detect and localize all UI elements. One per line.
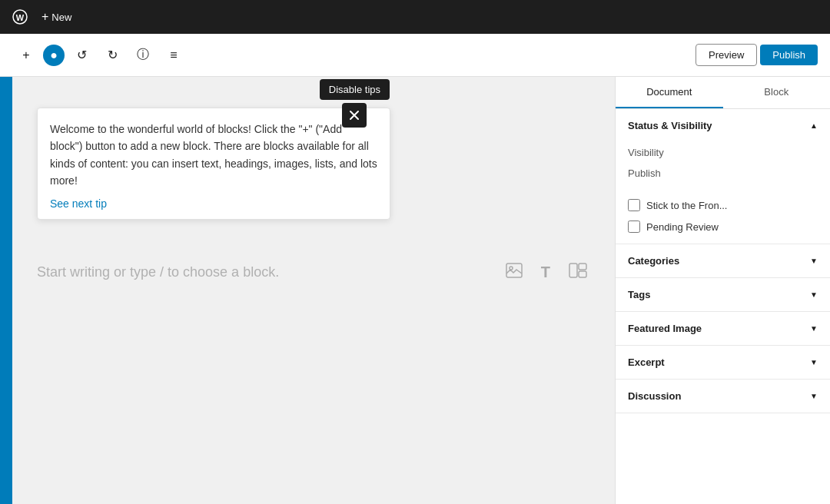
stick-to-front-checkbox[interactable] [628,199,640,211]
stick-to-front-label: Stick to the Fron... [646,200,728,211]
discussion-header[interactable]: Discussion ▼ [616,380,830,413]
editor-area[interactable]: Disable tips Welcome to the wonderful wo… [12,77,615,504]
chevron-down-icon: ▲ [810,121,818,130]
tools-button[interactable]: ● [43,45,65,66]
chevron-right-icon-discussion: ▼ [810,392,818,400]
pending-review-checkbox-row[interactable]: Pending Review [616,216,830,237]
sidebar-section-discussion: Discussion ▼ [616,380,830,413]
tab-document[interactable]: Document [616,77,723,108]
svg-rect-5 [579,264,586,270]
sidebar-section-status-visibility: Status & Visibility ▲ Visibility Publish… [616,109,830,244]
new-button[interactable]: + New [37,7,76,27]
main-layout: Disable tips Welcome to the wonderful wo… [0,77,830,504]
menu-icon: ≡ [170,48,177,62]
see-next-tip-link[interactable]: See next tip [50,197,377,210]
image-block-icon[interactable] [503,260,526,285]
add-icon: + [22,48,29,62]
sidebar-section-categories: Categories ▼ [616,244,830,278]
wp-logo: W [9,6,31,28]
chevron-right-icon-excerpt: ▼ [810,358,818,366]
svg-rect-6 [579,271,586,277]
block-icon-group: T [503,260,590,285]
sidebar-tabs: Document Block [616,77,830,109]
excerpt-label: Excerpt [628,356,665,368]
sidebar-section-featured-image: Featured Image ▼ [616,312,830,346]
discussion-label: Discussion [628,390,681,402]
gallery-block-icon[interactable] [566,260,590,285]
plus-icon: + [42,10,48,24]
text-icon: T [541,264,550,280]
sidebar-section-tags: Tags ▼ [616,278,830,312]
block-placeholder-text: Start writing or type / to choose a bloc… [37,264,279,280]
chevron-right-icon: ▼ [810,257,818,265]
publish-label: Publish [628,167,661,179]
sidebar-section-excerpt: Excerpt ▼ [616,346,830,380]
featured-image-label: Featured Image [628,323,702,334]
text-block-icon[interactable]: T [538,260,553,285]
info-icon: ⓘ [137,47,149,63]
publish-button[interactable]: Publish [760,45,818,65]
pending-review-checkbox[interactable] [628,220,640,233]
featured-image-header[interactable]: Featured Image ▼ [616,312,830,345]
visibility-label: Visibility [628,147,664,158]
categories-label: Categories [628,255,679,267]
categories-header[interactable]: Categories ▼ [616,244,830,277]
undo-icon: ↺ [77,48,87,62]
preview-button[interactable]: Preview [696,44,757,66]
disable-tips-tooltip: Disable tips [320,79,390,100]
tags-label: Tags [628,289,650,300]
chevron-right-icon-tags: ▼ [810,290,818,299]
status-visibility-header[interactable]: Status & Visibility ▲ [616,109,830,142]
tip-body-text: Welcome to the wonderful world of blocks… [50,121,377,190]
redo-button[interactable]: ↻ [98,41,126,69]
stick-to-front-checkbox-row[interactable]: Stick to the Fron... [616,194,830,216]
toolbar: + ● ↺ ↻ ⓘ ≡ Preview Publish [0,34,830,77]
info-button[interactable]: ⓘ [129,41,157,69]
tab-block[interactable]: Block [723,77,831,108]
right-sidebar: Document Block Status & Visibility ▲ Vis… [615,77,830,504]
chevron-right-icon-fi: ▼ [810,324,818,333]
add-block-button[interactable]: + [12,41,40,69]
close-icon [349,110,360,121]
close-tip-button[interactable] [342,103,367,128]
block-placeholder[interactable]: Start writing or type / to choose a bloc… [37,250,590,294]
new-label: New [51,12,71,23]
tip-box: Disable tips Welcome to the wonderful wo… [37,108,390,220]
status-visibility-content: Visibility Publish [616,142,830,194]
publish-row: Publish [628,163,818,184]
pending-review-label: Pending Review [646,221,719,233]
redo-icon: ↻ [108,48,118,62]
svg-text:W: W [16,13,25,22]
left-sidebar-indicator [0,77,12,504]
visibility-row: Visibility [628,142,818,163]
svg-rect-4 [569,264,577,277]
tags-header[interactable]: Tags ▼ [616,278,830,311]
undo-button[interactable]: ↺ [68,41,95,69]
menu-button[interactable]: ≡ [160,41,188,69]
excerpt-header[interactable]: Excerpt ▼ [616,346,830,379]
tools-icon: ● [50,48,58,62]
status-visibility-label: Status & Visibility [628,120,712,131]
top-bar: W + New [0,0,830,34]
